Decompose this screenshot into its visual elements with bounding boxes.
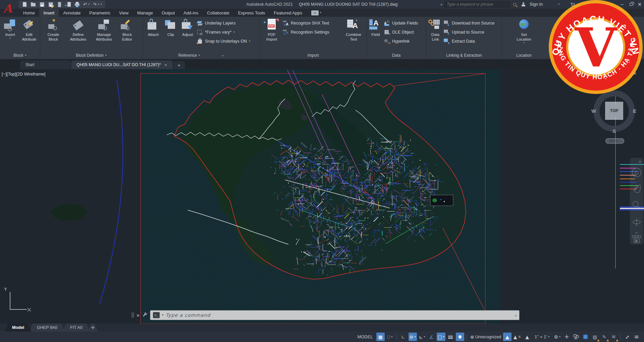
- layers-warning-button[interactable]: ≡▲: [609, 333, 618, 341]
- tab-parametric[interactable]: Parametric: [85, 9, 115, 17]
- search-input[interactable]: [444, 1, 510, 7]
- tab-addins[interactable]: Add-ins: [179, 9, 203, 17]
- graphics-performance-button[interactable]: ✓: [581, 333, 590, 341]
- import-icon[interactable]: ▸: [66, 2, 71, 7]
- reference-panel-expander-icon[interactable]: »: [222, 54, 224, 57]
- set-location-button[interactable]: Set Location ▾: [514, 18, 534, 44]
- osnap-caret-icon[interactable]: ▾: [443, 336, 444, 338]
- new-layout-button[interactable]: +: [88, 324, 98, 332]
- grid-toggle[interactable]: ▦: [376, 333, 385, 341]
- snap-underlays-button[interactable]: Snap to Underlays ON ▾: [197, 37, 250, 45]
- image-warning-button[interactable]: ▨▲: [591, 333, 599, 341]
- panel-label-block[interactable]: Block▾: [0, 52, 40, 59]
- annotation-scale-value[interactable]: 1" = 1'▾: [532, 333, 552, 341]
- combine-text-button[interactable]: A ↓ Combine Text: [343, 18, 364, 42]
- clip-button[interactable]: Clip: [163, 18, 178, 37]
- layout-tab-ghep9a0[interactable]: GHEP 9A0: [30, 324, 65, 332]
- create-block-button[interactable]: ✶ Create Block: [42, 18, 65, 42]
- isometric-drafting-toggle[interactable]: ⊾▾: [418, 333, 426, 341]
- command-line-close-icon[interactable]: ×: [136, 313, 140, 317]
- sign-in-button[interactable]: Sign In: [530, 2, 543, 7]
- panel-label-data[interactable]: Data: [367, 52, 426, 59]
- download-from-source-button[interactable]: ↓ Download from Source: [444, 19, 494, 27]
- command-input[interactable]: >_ ▾ Type a command ▴: [150, 310, 519, 320]
- model-space-button[interactable]: MODEL: [355, 333, 375, 341]
- tab-insert[interactable]: Insert: [39, 9, 59, 17]
- close-button[interactable]: ×: [635, 1, 644, 8]
- panel-label-reference[interactable]: Reference▾ »: [143, 52, 260, 59]
- undo-button[interactable]: ↶: [83, 2, 87, 7]
- wcs-menu[interactable]: WCS ▾: [605, 138, 624, 144]
- file-tab-document[interactable]: QH05 MANG LUOI DU...SAT DO THI (1287)* ×: [71, 60, 173, 69]
- command-line-wrench-icon[interactable]: [143, 312, 148, 319]
- object-snap-tracking-toggle[interactable]: ∠: [427, 333, 436, 341]
- viewcube[interactable]: W E S TOP: [593, 90, 635, 132]
- cart-icon[interactable]: [568, 1, 577, 8]
- adjust-button[interactable]: Adjust: [179, 18, 196, 37]
- lineweight-toggle[interactable]: [446, 333, 455, 341]
- tab-collaborate[interactable]: Collaborate: [203, 9, 234, 17]
- drawing-canvas[interactable]: Y: [0, 69, 644, 324]
- drawing-close-icon[interactable]: ×: [633, 71, 637, 76]
- command-prompt-icon[interactable]: >_: [153, 312, 160, 318]
- workspace-switching-button[interactable]: ⚙▾: [553, 333, 561, 341]
- field-button[interactable]: A Field: [368, 18, 383, 37]
- frames-vary-button[interactable]: (x) *Frames vary* ▾: [197, 28, 250, 36]
- edit-attribute-button[interactable]: Edit Attribute: [20, 18, 39, 42]
- redo-button[interactable]: ↷: [93, 2, 97, 7]
- layout-tab-model[interactable]: Model: [5, 324, 32, 332]
- block-editor-button[interactable]: Block Editor: [117, 18, 137, 42]
- infocenter-arrow-icon[interactable]: ▸: [441, 3, 443, 6]
- attach-button[interactable]: Attach: [144, 18, 163, 37]
- tab-express-tools[interactable]: Express Tools: [234, 9, 270, 17]
- isolate-objects-button[interactable]: [572, 333, 580, 341]
- upload-to-source-button[interactable]: ↑ Upload to Source: [444, 28, 494, 36]
- annotation-autoscale-toggle[interactable]: ▲↯: [513, 333, 522, 341]
- polar-tracking-toggle[interactable]: ⊘▾: [409, 333, 417, 341]
- save-as-icon[interactable]: [48, 2, 54, 7]
- command-line[interactable]: •• •• •• •• × >_ ▾ Type a command ▴: [131, 310, 519, 321]
- panel-label-block-definition[interactable]: Block Definition▾: [40, 52, 142, 59]
- plot-icon[interactable]: [74, 2, 80, 7]
- ribbon-collapse-caret-icon[interactable]: ▾: [320, 11, 321, 14]
- clean-screen-button[interactable]: ↔: [623, 333, 631, 341]
- recognition-settings-button[interactable]: PDF ↳ ✎ Recognition Settings: [283, 28, 342, 36]
- ribbon-collapse-icon[interactable]: ▴: [311, 10, 319, 15]
- open-file-icon[interactable]: [31, 2, 36, 7]
- restore-button[interactable]: [627, 1, 635, 8]
- undo-caret-icon[interactable]: ▾: [88, 3, 90, 6]
- tab-manage[interactable]: Manage: [133, 9, 157, 17]
- qat-customize-icon[interactable]: ▾: [101, 3, 102, 6]
- annotation-visibility-toggle[interactable]: ▲: [503, 333, 512, 341]
- hyperlink-button[interactable]: ⊕ ∞ Hyperlink: [384, 37, 418, 45]
- minimize-button[interactable]: −: [618, 1, 627, 8]
- redo-caret-icon[interactable]: ▾: [98, 3, 99, 6]
- iso-caret-icon[interactable]: ▾: [424, 336, 425, 338]
- panel-label-import[interactable]: Import: [260, 52, 366, 59]
- drawing-area[interactable]: Y [−][Top][2D Wireframe] × W E S TOP WCS…: [0, 69, 644, 324]
- snap-caret-icon[interactable]: ▾: [391, 336, 392, 338]
- search-icon[interactable]: [510, 1, 519, 8]
- user-icon[interactable]: [519, 1, 528, 8]
- annotation-plus-button[interactable]: +: [562, 333, 571, 341]
- update-fields-button[interactable]: A ↻ Update Fields: [384, 19, 418, 27]
- autodesk-app-icon[interactable]: A: [577, 1, 586, 8]
- data-link-button[interactable]: Data Link: [428, 18, 443, 42]
- tab-view[interactable]: View: [115, 9, 133, 17]
- sign-in-caret-icon[interactable]: ▾: [558, 3, 559, 6]
- object-snap-toggle[interactable]: □▾: [437, 333, 445, 341]
- tab-annotate[interactable]: Annotate: [59, 9, 85, 17]
- command-recent-caret-icon[interactable]: ▾: [162, 314, 163, 316]
- insert-block-button[interactable]: Insert ▾: [1, 18, 19, 40]
- workspace-caret-icon[interactable]: ▾: [559, 336, 560, 338]
- tab-home[interactable]: Home: [19, 9, 39, 17]
- pen-warning-button[interactable]: ✎▲: [600, 333, 608, 341]
- new-drawing-tab-button[interactable]: +: [173, 61, 185, 69]
- extract-data-button[interactable]: ▸ Extract Data: [444, 37, 494, 45]
- navigation-bar[interactable]: [630, 158, 643, 244]
- command-history-icon[interactable]: ▴: [515, 314, 517, 317]
- command-line-grip[interactable]: •• •• •• ••: [131, 312, 136, 318]
- define-attributes-button[interactable]: Define Attributes: [66, 18, 91, 42]
- recognize-shx-button[interactable]: PDF ↳ A Recognize SHX Text: [283, 19, 342, 27]
- polar-caret-icon[interactable]: ▾: [415, 336, 416, 338]
